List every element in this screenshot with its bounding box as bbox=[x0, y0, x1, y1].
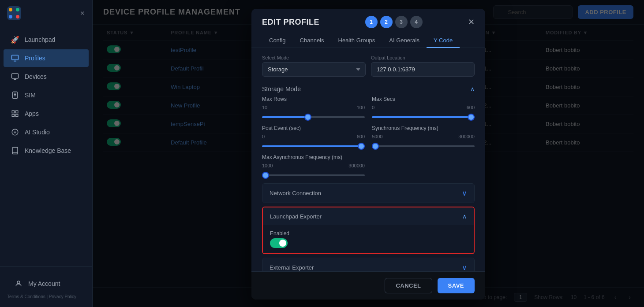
storage-mode-header[interactable]: Storage Mode ∧ bbox=[262, 82, 475, 96]
app-logo bbox=[7, 6, 21, 20]
launchpad-enabled-toggle[interactable] bbox=[270, 238, 288, 248]
output-location-label: Output Location bbox=[371, 55, 475, 60]
network-connection-section: Network Connection ∨ bbox=[262, 183, 475, 203]
footer-links: Terms & Conditions | Privacy Policy bbox=[4, 293, 89, 300]
select-mode-label: Select Mode bbox=[262, 55, 366, 60]
post-event-sync-freq-row: Post Event (sec) 0 600 Synchronus Freque… bbox=[262, 125, 475, 149]
storage-mode-section: Storage Mode ∧ Max Rows 10 100 bbox=[262, 82, 475, 178]
sidebar-bottom: My Account Terms & Conditions | Privacy … bbox=[0, 266, 92, 307]
network-connection-header[interactable]: Network Connection ∨ bbox=[262, 184, 474, 203]
sidebar-item-launchpad[interactable]: 🚀 Launchpad bbox=[4, 31, 89, 48]
svg-rect-8 bbox=[12, 111, 14, 113]
max-secs-min: 0 bbox=[372, 105, 374, 110]
sidebar-nav: 🚀 Launchpad Profiles Devices SIM Apps bbox=[0, 26, 92, 266]
step-3-badge: 3 bbox=[395, 16, 408, 28]
max-secs-group: Max Secs 0 600 bbox=[372, 96, 475, 120]
tab-y-code[interactable]: Y Code bbox=[427, 33, 460, 48]
sidebar-label-devices: Devices bbox=[25, 73, 47, 80]
sidebar-item-my-account[interactable]: My Account bbox=[7, 275, 85, 292]
storage-mode-chevron: ∧ bbox=[470, 85, 475, 92]
ai-studio-icon bbox=[11, 128, 19, 137]
external-exporter-title: External Exporter bbox=[270, 264, 314, 271]
sidebar-item-profiles[interactable]: Profiles bbox=[4, 49, 89, 67]
svg-rect-6 bbox=[12, 74, 19, 78]
max-rows-group: Max Rows 10 100 bbox=[262, 96, 365, 120]
modal-body: Select Mode Storage Network Both Output … bbox=[251, 48, 485, 271]
post-event-label: Post Event (sec) bbox=[262, 125, 301, 131]
sidebar-item-apps[interactable]: Apps bbox=[4, 105, 89, 122]
launchpad-exporter-header[interactable]: Launchpad Exporter ∧ bbox=[263, 207, 474, 225]
select-mode-dropdown[interactable]: Storage Network Both bbox=[262, 62, 366, 77]
sync-freq-slider[interactable] bbox=[372, 145, 475, 147]
modal-overlay: EDIT PROFILE 1 2 3 4 ✕ Config Channels H… bbox=[93, 0, 644, 307]
svg-rect-9 bbox=[16, 111, 18, 113]
max-rows-min: 10 bbox=[262, 105, 267, 110]
sidebar-label-knowledge-base: Knowledge Base bbox=[25, 147, 71, 154]
edit-profile-modal: EDIT PROFILE 1 2 3 4 ✕ Config Channels H… bbox=[251, 9, 485, 300]
svg-point-12 bbox=[17, 281, 20, 284]
sidebar-item-devices[interactable]: Devices bbox=[4, 68, 89, 85]
mode-location-row: Select Mode Storage Network Both Output … bbox=[262, 55, 475, 77]
sidebar-label-launchpad: Launchpad bbox=[25, 36, 55, 43]
save-button[interactable]: SAVE bbox=[438, 278, 475, 293]
max-async-freq-slider[interactable] bbox=[262, 174, 365, 176]
apps-icon bbox=[11, 109, 19, 118]
sidebar-label-sim: SIM bbox=[25, 92, 36, 99]
sidebar-item-knowledge-base[interactable]: Knowledge Base bbox=[4, 142, 89, 159]
output-location-group: Output Location bbox=[371, 55, 475, 77]
sidebar-label-profiles: Profiles bbox=[25, 55, 45, 62]
network-connection-chevron: ∨ bbox=[462, 189, 467, 197]
step-2-badge: 2 bbox=[380, 16, 393, 28]
max-secs-slider[interactable] bbox=[372, 116, 475, 118]
modal-close-button[interactable]: ✕ bbox=[468, 17, 475, 27]
external-exporter-header[interactable]: External Exporter ∨ bbox=[262, 258, 474, 271]
network-connection-title: Network Connection bbox=[270, 190, 321, 196]
max-secs-max: 600 bbox=[467, 105, 475, 110]
sidebar: ✕ 🚀 Launchpad Profiles Devices SIM bbox=[0, 0, 93, 307]
max-secs-label: Max Secs bbox=[372, 96, 395, 102]
sidebar-logo-area: ✕ bbox=[0, 0, 92, 26]
max-rows-slider[interactable] bbox=[262, 116, 365, 118]
svg-point-3 bbox=[9, 15, 12, 18]
async-placeholder bbox=[372, 154, 475, 178]
sync-freq-min: 5000 bbox=[372, 134, 382, 139]
devices-icon bbox=[11, 72, 19, 81]
sidebar-item-ai-studio[interactable]: AI Studio bbox=[4, 123, 89, 141]
max-rows-max-secs-row: Max Rows 10 100 Max Secs bbox=[262, 96, 475, 120]
close-sidebar-button[interactable]: ✕ bbox=[80, 10, 85, 17]
max-async-freq-row: Max Asynchronus Frequency (ms) 1000 3000… bbox=[262, 154, 475, 178]
tab-health-groups[interactable]: Health Groups bbox=[331, 33, 382, 48]
output-location-input[interactable] bbox=[371, 62, 475, 77]
launchpad-icon: 🚀 bbox=[11, 35, 19, 44]
tab-config[interactable]: Config bbox=[262, 33, 293, 48]
svg-point-2 bbox=[16, 8, 19, 11]
storage-mode-title: Storage Mode bbox=[262, 85, 301, 92]
sidebar-item-sim[interactable]: SIM bbox=[4, 86, 89, 104]
post-event-slider[interactable] bbox=[262, 145, 365, 147]
my-account-icon bbox=[14, 279, 23, 288]
select-mode-group: Select Mode Storage Network Both bbox=[262, 55, 366, 77]
profiles-icon bbox=[11, 54, 19, 63]
svg-point-4 bbox=[16, 15, 19, 18]
sidebar-label-my-account: My Account bbox=[28, 280, 60, 287]
tab-ai-generals[interactable]: AI Generals bbox=[382, 33, 427, 48]
max-rows-max: 100 bbox=[357, 105, 365, 110]
sync-freq-label: Synchronus Frequency (ms) bbox=[372, 125, 438, 131]
cancel-button[interactable]: CANCEL bbox=[385, 278, 432, 293]
sidebar-label-ai-studio: AI Studio bbox=[25, 129, 50, 136]
modal-steps: 1 2 3 4 bbox=[365, 16, 423, 28]
external-exporter-section: External Exporter ∨ bbox=[262, 258, 475, 271]
step-1-badge: 1 bbox=[365, 16, 378, 28]
tab-channels[interactable]: Channels bbox=[293, 33, 331, 48]
main-content: DEVICE PROFILE MANAGEMENT 🔍 ADD PROFILE … bbox=[93, 0, 644, 307]
sidebar-label-apps: Apps bbox=[25, 110, 39, 117]
post-event-min: 0 bbox=[262, 134, 265, 139]
sync-freq-max: 300000 bbox=[458, 134, 475, 139]
max-async-freq-max: 300000 bbox=[348, 163, 365, 168]
modal-footer: CANCEL SAVE bbox=[251, 271, 485, 300]
max-rows-label: Max Rows bbox=[262, 96, 287, 102]
post-event-group: Post Event (sec) 0 600 bbox=[262, 125, 365, 149]
modal-header: EDIT PROFILE 1 2 3 4 ✕ bbox=[251, 9, 485, 28]
launchpad-exporter-section: Launchpad Exporter ∧ Enabled bbox=[262, 207, 475, 254]
svg-rect-10 bbox=[12, 115, 14, 117]
